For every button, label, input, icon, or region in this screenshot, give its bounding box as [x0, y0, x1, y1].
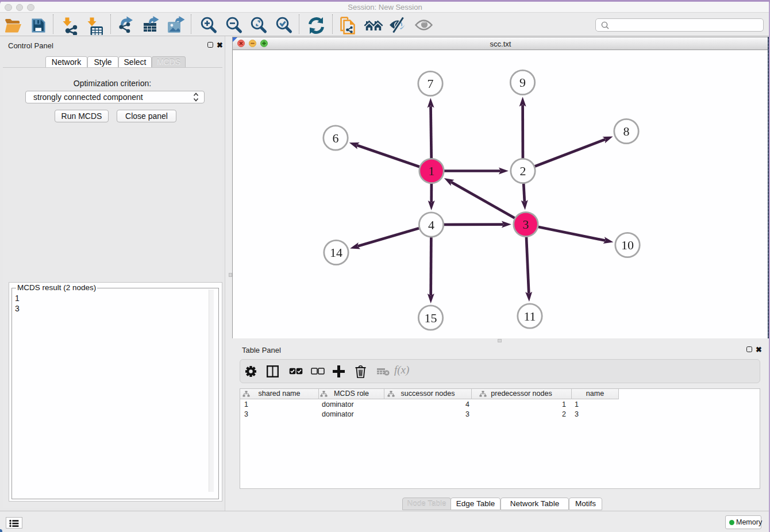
svg-text:6: 6 [333, 131, 339, 145]
svg-text:2: 2 [520, 164, 526, 178]
svg-text:11: 11 [523, 309, 536, 323]
svg-text:14: 14 [330, 245, 342, 260]
svg-text:15: 15 [425, 311, 437, 325]
svg-text:8: 8 [623, 124, 630, 138]
svg-text:3: 3 [523, 217, 529, 232]
svg-text:9: 9 [519, 75, 526, 90]
svg-text:4: 4 [428, 218, 434, 232]
svg-text:1: 1 [429, 164, 435, 178]
svg-text:10: 10 [621, 238, 634, 252]
svg-text:7: 7 [428, 76, 434, 91]
